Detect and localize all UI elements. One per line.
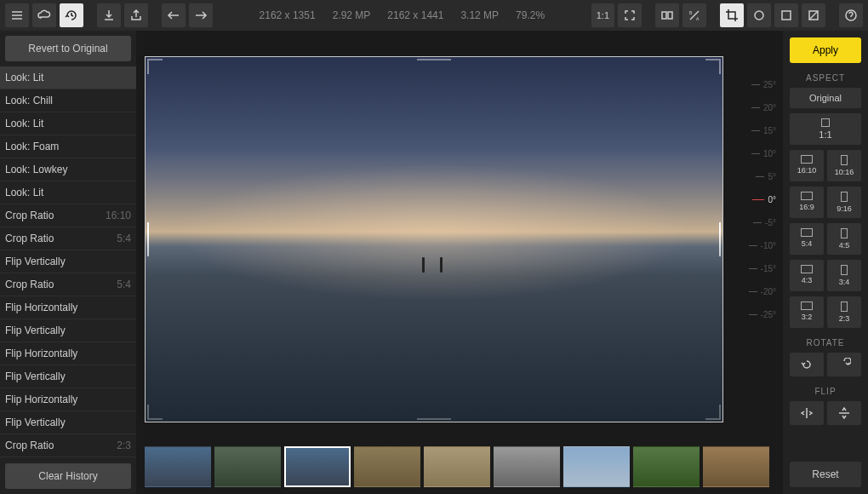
crop-handle-top[interactable]	[417, 59, 451, 60]
ratio-icon	[801, 302, 813, 310]
crop-handle-left[interactable]	[147, 222, 149, 256]
history-item[interactable]: Crop Ratio5:4	[0, 273, 136, 296]
ruler-tick: 25°	[749, 73, 776, 96]
crop-handle-bl[interactable]	[147, 405, 163, 420]
flip-vertical-button[interactable]	[827, 401, 861, 425]
aspect-4-5-button[interactable]: 4:5	[827, 223, 861, 255]
rotation-ruler[interactable]: 25°20°15°10°5°0°-5°-10°-15°-20°-25°	[749, 73, 776, 326]
square-tool-icon[interactable]	[774, 3, 798, 27]
zoom-1to1-button[interactable]: 1:1	[591, 3, 614, 27]
thumbnail[interactable]	[145, 446, 211, 487]
history-item[interactable]: Flip Horizontally	[0, 342, 136, 365]
ruler-tick: 10°	[749, 142, 776, 165]
svg-rect-3	[662, 12, 666, 19]
history-item-label: Flip Vertically	[5, 325, 66, 336]
rotate-label: ROTATE	[790, 338, 861, 348]
aspect-9-16-button[interactable]: 9:16	[827, 187, 861, 218]
history-item-label: Flip Horizontally	[5, 393, 77, 405]
history-item[interactable]: Look: Lit	[0, 181, 136, 204]
history-item[interactable]: Flip Horizontally	[0, 296, 136, 319]
thumbnail[interactable]	[354, 446, 420, 487]
download-icon[interactable]	[97, 3, 121, 27]
ratio-label: 2:3	[839, 314, 850, 323]
history-item[interactable]: Look: Lit	[0, 66, 136, 89]
aspect-10-16-button[interactable]: 10:16	[827, 150, 861, 181]
crop-tool-icon[interactable]	[720, 3, 744, 27]
history-item[interactable]: Flip Vertically	[0, 250, 136, 273]
history-item-label: Crop Ratio	[5, 233, 54, 244]
thumbnail[interactable]	[214, 446, 281, 487]
reset-button[interactable]: Reset	[790, 462, 861, 487]
full-megapixels: 3.12 MP	[460, 9, 499, 21]
clear-history-button[interactable]: Clear History	[5, 463, 131, 489]
fullscreen-icon[interactable]	[618, 3, 642, 27]
rotate-cw-button[interactable]	[827, 353, 861, 376]
history-item[interactable]: Flip Vertically	[0, 411, 136, 434]
diagonal-tool-icon[interactable]	[802, 3, 825, 27]
aspect-16-9-button[interactable]: 16:9	[790, 187, 824, 218]
history-item[interactable]: Flip Horizontally	[0, 388, 136, 411]
help-icon[interactable]	[839, 3, 863, 27]
history-item-label: Crop Ratio	[5, 210, 54, 221]
history-item[interactable]: Look: Lit	[0, 112, 136, 135]
history-item[interactable]: Crop Ratio4:3	[0, 457, 136, 458]
menu-icon[interactable]	[5, 3, 29, 27]
crop-megapixels: 2.92 MP	[333, 9, 371, 21]
apply-button[interactable]: Apply	[790, 37, 861, 63]
history-item-label: Look: Lit	[5, 118, 43, 129]
thumbnail[interactable]	[424, 446, 490, 487]
history-item[interactable]: Look: Foam	[0, 135, 136, 158]
revert-button[interactable]: Revert to Original	[5, 36, 131, 61]
svg-rect-9	[782, 11, 791, 20]
history-item[interactable]: Flip Vertically	[0, 319, 136, 342]
flip-horizontal-button[interactable]	[790, 401, 824, 425]
before-after-icon[interactable]: BA	[682, 3, 706, 27]
history-item-label: Flip Vertically	[5, 370, 66, 382]
redo-icon[interactable]	[189, 3, 213, 27]
crop-handle-tl[interactable]	[147, 59, 163, 74]
rotate-ccw-button[interactable]	[790, 353, 824, 376]
history-icon[interactable]	[60, 3, 83, 27]
crop-handle-bottom[interactable]	[417, 418, 451, 420]
thumbnail[interactable]	[703, 446, 769, 487]
aspect-3-4-button[interactable]: 3:4	[827, 260, 861, 291]
ratio-label: 1:1	[819, 129, 831, 140]
aspect-1-1-button[interactable]: 1:1	[790, 113, 861, 145]
figure-silhouette	[422, 257, 425, 273]
history-item-label: Look: Lowkey	[5, 164, 67, 175]
history-item[interactable]: Crop Ratio2:3	[0, 434, 136, 457]
history-item[interactable]: Look: Chill	[0, 89, 136, 112]
ruler-tick: 0°	[749, 188, 776, 211]
thumbnail-selected[interactable]	[284, 446, 351, 487]
crop-handle-tr[interactable]	[705, 59, 721, 74]
aspect-3-2-button[interactable]: 3:2	[790, 296, 824, 328]
aspect-5-4-button[interactable]: 5:4	[790, 223, 824, 255]
aspect-original-button[interactable]: Original	[790, 88, 861, 108]
ratio-icon	[841, 302, 848, 312]
cloud-icon[interactable]	[32, 3, 56, 27]
undo-icon[interactable]	[162, 3, 186, 27]
main-area: Revert to Original Look: LitLook: ChillL…	[0, 31, 868, 494]
circle-tool-icon[interactable]	[747, 3, 771, 27]
image-preview[interactable]	[145, 56, 723, 422]
aspect-16-10-button[interactable]: 16:10	[790, 150, 824, 181]
image-canvas[interactable]: 25°20°15°10°5°0°-5°-10°-15°-20°-25°	[136, 31, 783, 446]
aspect-4-3-button[interactable]: 4:3	[790, 260, 824, 291]
history-item-label: Look: Chill	[5, 95, 53, 106]
history-item-value: 16:10	[106, 210, 131, 221]
crop-handle-right[interactable]	[719, 222, 721, 256]
crop-handle-br[interactable]	[705, 405, 721, 420]
history-item[interactable]: Crop Ratio16:10	[0, 204, 136, 227]
share-icon[interactable]	[124, 3, 148, 27]
ratio-icon	[841, 265, 848, 275]
history-item[interactable]: Look: Lowkey	[0, 158, 136, 181]
thumbnail[interactable]	[633, 446, 700, 487]
history-item[interactable]: Crop Ratio5:4	[0, 227, 136, 250]
aspect-2-3-button[interactable]: 2:3	[827, 296, 861, 328]
compare-icon[interactable]	[655, 3, 679, 27]
history-item[interactable]: Flip Vertically	[0, 365, 136, 388]
thumbnail[interactable]	[563, 446, 630, 487]
thumbnail[interactable]	[494, 446, 560, 487]
aspect-label: ASPECT	[790, 73, 861, 83]
ruler-tick: -5°	[749, 211, 776, 234]
